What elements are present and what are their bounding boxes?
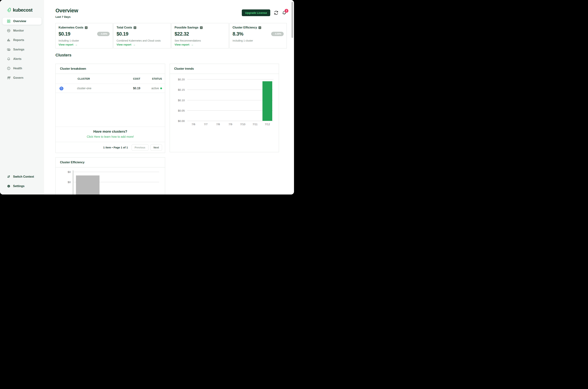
sidebar-item-govern[interactable]: Govern xyxy=(2,74,42,81)
y-tick-label: $0 xyxy=(68,170,71,173)
column-header-cluster[interactable]: CLUSTER xyxy=(78,77,120,80)
page-header: Overview Last 7 Days Upgrade License xyxy=(56,8,287,18)
metric-note: See Recommendations xyxy=(174,39,226,42)
x-axis-labels: 7/6 7/7 7/8 7/9 7/10 7/11 7/12 xyxy=(187,123,274,126)
column-header-status[interactable]: STATUS xyxy=(140,77,162,80)
cluster-status: active xyxy=(140,87,162,90)
app-window: kubecost Overview Mo xyxy=(0,0,294,194)
metric-note: Combined Kubernetes and Cloud costs xyxy=(116,39,168,42)
metric-note: Including 1 cluster xyxy=(58,39,110,42)
sidebar-item-label: Savings xyxy=(13,48,24,51)
footer-item-label: Settings xyxy=(13,185,25,188)
govern-icon xyxy=(7,76,10,80)
x-tick-label: 7/11 xyxy=(249,123,261,126)
view-report-link[interactable]: View report → xyxy=(174,43,194,46)
sidebar: kubecost Overview Mo xyxy=(0,0,44,194)
y-tick-label: $0.20 xyxy=(178,78,185,81)
kubecost-logo-icon xyxy=(7,8,12,13)
metric-card-total-costs: Total Costs i $0.19 Combined Kubernetes … xyxy=(113,23,171,48)
refresh-button[interactable] xyxy=(274,10,279,15)
down-arrow-icon: ↓ xyxy=(100,33,101,35)
info-icon[interactable]: i xyxy=(134,26,136,29)
view-report-link[interactable]: View report → xyxy=(58,43,77,46)
x-tick-label: 7/10 xyxy=(237,123,249,126)
health-icon xyxy=(7,66,10,70)
grid-icon xyxy=(7,19,10,23)
next-page-button[interactable]: Next xyxy=(150,144,162,151)
main-content: Overview Last 7 Days Upgrade License xyxy=(44,0,294,194)
metric-card-kubernetes-costs: Kubernetes Costs i $0.19 ↓ 0.00% Includi… xyxy=(56,23,113,48)
y-axis-line xyxy=(73,170,73,194)
cluster-efficiency-chart: $0 $0 xyxy=(73,172,159,194)
sidebar-item-label: Overview xyxy=(13,20,26,23)
metric-title: Kubernetes Costs xyxy=(58,26,83,29)
notifications-button[interactable]: 2 xyxy=(282,11,286,15)
info-icon[interactable]: i xyxy=(258,26,261,29)
view-report-link[interactable]: View report → xyxy=(116,43,135,46)
y-tick-label: $0.15 xyxy=(178,88,185,91)
metric-value: 8.3% xyxy=(233,31,243,37)
y-tick-label: $0.10 xyxy=(178,98,185,102)
logo-text: kubecost xyxy=(13,7,32,13)
y-tick-label: $0.05 xyxy=(178,109,185,112)
more-clusters-title: Have more clusters? xyxy=(57,130,163,133)
table-row[interactable]: cluster-one $0.19 active xyxy=(56,84,165,93)
switch-context-button[interactable]: Switch Context xyxy=(7,175,34,179)
clusters-grid: Cluster breakdown CLUSTER COST STATUS xyxy=(56,64,287,153)
status-active-dot xyxy=(160,88,162,89)
chart-bar[interactable] xyxy=(76,175,100,194)
metric-cards-row: Kubernetes Costs i $0.19 ↓ 0.00% Includi… xyxy=(56,23,287,48)
metric-value: $0.19 xyxy=(58,31,70,37)
chart-bar[interactable] xyxy=(262,81,272,121)
cluster-cost: $0.19 xyxy=(120,87,140,90)
add-clusters-link[interactable]: Click Here to learn how to add more! xyxy=(57,135,163,138)
sidebar-nav: Overview Monitor Reports xyxy=(2,18,42,81)
sidebar-item-reports[interactable]: Reports xyxy=(2,36,42,44)
monitor-icon xyxy=(7,29,10,32)
sidebar-item-label: Reports xyxy=(13,38,24,42)
metric-value: $22.32 xyxy=(174,31,189,37)
sidebar-item-savings[interactable]: Savings xyxy=(2,46,42,53)
scrollbar-thumb[interactable] xyxy=(291,2,293,38)
metric-title: Total Costs xyxy=(116,26,132,29)
gear-icon xyxy=(7,184,10,188)
header-actions: Upgrade License 2 xyxy=(242,9,286,16)
metric-title: Possible Savings xyxy=(174,26,198,29)
settings-button[interactable]: Settings xyxy=(7,184,34,188)
previous-page-button[interactable]: Previous xyxy=(132,144,148,151)
right-arrow-icon: → xyxy=(75,43,77,46)
cluster-efficiency-title: Cluster Efficiency xyxy=(56,158,165,167)
clusters-section-heading: Clusters xyxy=(56,53,287,58)
sidebar-item-monitor[interactable]: Monitor xyxy=(2,27,42,34)
cluster-efficiency-card: Cluster Efficiency $0 $0 xyxy=(56,157,165,194)
cluster-name[interactable]: cluster-one xyxy=(77,87,120,90)
y-tick-label: $0.00 xyxy=(178,119,185,123)
sidebar-item-label: Health xyxy=(13,67,22,70)
pagination-summary: 1 item • Page 1 of 1 xyxy=(103,146,128,149)
sidebar-item-overview[interactable]: Overview xyxy=(2,18,42,25)
upgrade-license-button[interactable]: Upgrade License xyxy=(242,9,270,16)
notification-badge: 2 xyxy=(284,9,288,13)
y-tick-label: $0 xyxy=(68,181,71,184)
cluster-breakdown-title: Cluster breakdown xyxy=(56,64,165,74)
delta-badge: ↓ 0.00% xyxy=(271,32,284,36)
right-arrow-icon: → xyxy=(133,43,135,46)
more-clusters-block: Have more clusters? Click Here to learn … xyxy=(56,127,165,142)
refresh-icon xyxy=(274,10,279,15)
sidebar-item-alerts[interactable]: Alerts xyxy=(2,55,42,63)
footer-item-label: Switch Context xyxy=(13,175,34,178)
info-icon[interactable]: i xyxy=(200,26,203,29)
metric-card-possible-savings: Possible Savings i $22.32 See Recommenda… xyxy=(171,23,229,48)
swap-arrows-icon xyxy=(7,175,10,179)
metric-note: Including 1 cluster xyxy=(233,39,284,42)
sidebar-item-label: Govern xyxy=(13,76,23,79)
kubernetes-icon xyxy=(59,86,77,90)
banknote-icon xyxy=(7,48,10,51)
x-tick-label: 7/7 xyxy=(199,123,212,126)
info-icon[interactable]: i xyxy=(85,26,87,29)
sidebar-item-health[interactable]: Health xyxy=(2,65,42,72)
bell-icon xyxy=(7,57,10,61)
cluster-breakdown-card: Cluster breakdown CLUSTER COST STATUS xyxy=(56,64,165,153)
delta-badge: ↓ 0.00% xyxy=(97,32,110,36)
column-header-cost[interactable]: COST xyxy=(120,77,140,80)
